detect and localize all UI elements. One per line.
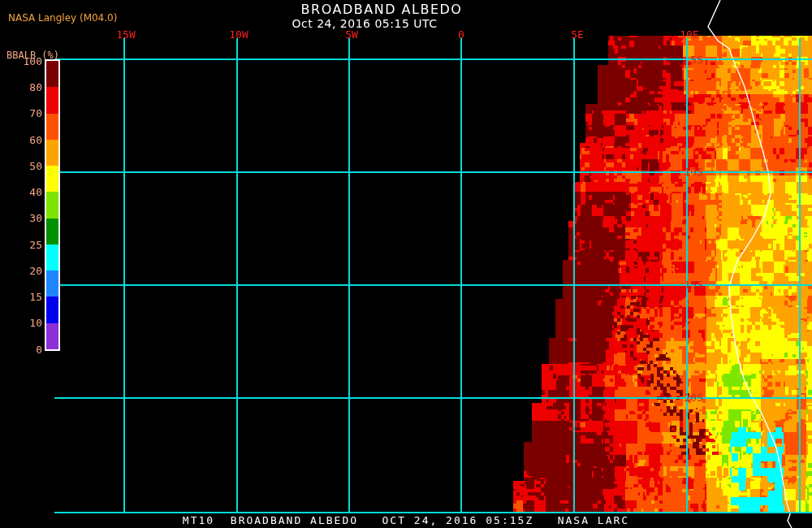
colorbar-tick-80: 80 <box>0 81 42 93</box>
grid-line-meridian-10e <box>686 38 688 513</box>
latitude-label-15s: 15S <box>654 279 703 291</box>
grid-line-meridian-15w <box>123 38 125 513</box>
colorbar-segment-0-10 <box>46 323 58 349</box>
page-title: BROADBAND ALBEDO <box>301 2 463 17</box>
longitude-label-0: 0 <box>458 28 464 41</box>
grid-line-meridian-15e <box>799 38 801 513</box>
grid-line-meridian-0 <box>460 38 462 513</box>
longitude-label-5w: 5W <box>345 28 358 41</box>
albedo-map-canvas <box>0 0 812 528</box>
colorbar-tick-25: 25 <box>0 239 42 251</box>
colorbar-tick-15: 15 <box>0 291 42 303</box>
colorbar-segment-25-30 <box>46 219 58 245</box>
credit-text: NASA Langley (M04.0) <box>8 12 117 24</box>
colorbar-tick-50: 50 <box>0 160 42 172</box>
colorbar-segment-30-40 <box>46 192 58 218</box>
colorbar-segment-70-80 <box>46 87 58 113</box>
colorbar-tick-10: 10 <box>0 317 42 329</box>
longitude-label-10w: 10W <box>229 28 248 41</box>
colorbar-tick-100: 100 <box>0 55 42 67</box>
colorbar-tick-60: 60 <box>0 134 42 146</box>
colorbar-tick-0: 0 <box>0 344 42 356</box>
colorbar-segment-40-50 <box>46 166 58 192</box>
longitude-label-15w: 15W <box>116 28 135 41</box>
colorbar-segment-50-60 <box>46 140 58 166</box>
colorbar-segment-10-15 <box>46 296 58 322</box>
timestamp-subtitle: Oct 24, 2016 05:15 UTC <box>292 17 438 30</box>
grid-line-bottom-border <box>54 512 812 513</box>
latitude-label-20s: 20S <box>654 392 703 404</box>
longitude-label-5e: 5E <box>571 28 584 41</box>
latitude-label-10s: 10S <box>654 166 703 178</box>
colorbar-tick-40: 40 <box>0 186 42 198</box>
longitude-label-10e: 10E <box>680 28 698 41</box>
colorbar-segment-15-20 <box>46 270 58 296</box>
colorbar-segment-60-70 <box>46 114 58 140</box>
colorbar-tick-20: 20 <box>0 265 42 277</box>
grid-line-meridian-5e <box>573 38 575 513</box>
grid-line-meridian-10w <box>236 38 238 513</box>
colorbar-segment-20-25 <box>46 245 58 270</box>
grid-line-meridian-5w <box>348 38 350 513</box>
colorbar-segment-80-100 <box>46 61 58 87</box>
latitude-label-5s: 5S <box>654 54 703 66</box>
footer-caption: MT10 BROADBAND ALBEDO OCT 24, 2016 05:15… <box>0 514 812 526</box>
colorbar <box>45 59 60 351</box>
albedo-product-image: NASA Langley (M04.0) BROADBAND ALBEDO Oc… <box>0 0 812 528</box>
colorbar-tick-70: 70 <box>0 107 42 119</box>
colorbar-tick-30: 30 <box>0 212 42 224</box>
